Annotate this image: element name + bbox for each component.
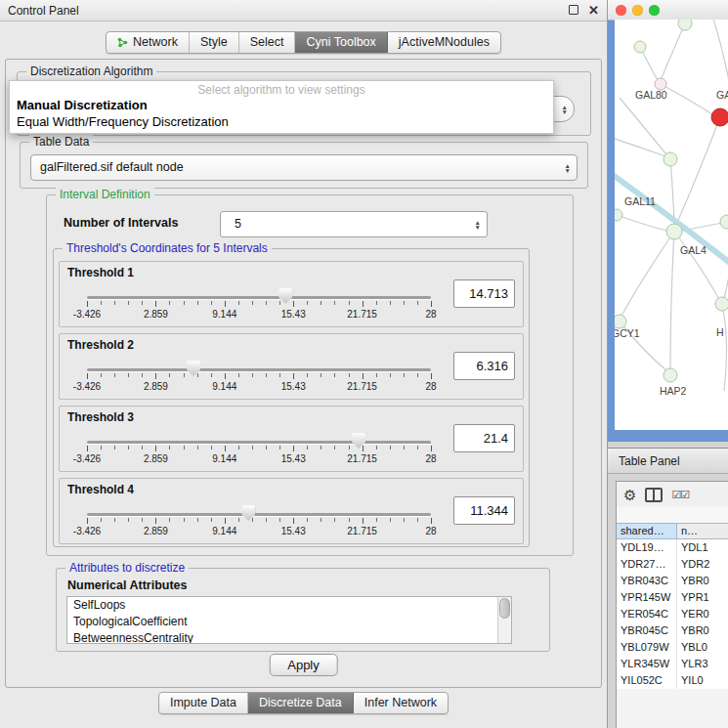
network-window-titlebar[interactable]	[608, 0, 728, 21]
columns-icon[interactable]	[645, 488, 663, 502]
zoom-light-icon[interactable]	[649, 5, 660, 16]
table-toolbar-spacer	[617, 507, 728, 523]
slider-tick-label: -3.426	[73, 381, 101, 392]
network-node[interactable]	[615, 209, 622, 221]
network-node[interactable]	[664, 368, 677, 382]
tab-network-label: Network	[133, 35, 178, 49]
gear-icon[interactable]: ⚙	[623, 488, 636, 502]
network-edge-thick[interactable]	[615, 172, 728, 266]
table-row[interactable]: YDL19…YDL1	[617, 539, 728, 556]
tab-style[interactable]: Style	[190, 32, 239, 53]
network-edge[interactable]	[722, 304, 727, 391]
threshold-value-field[interactable]: 11.344	[453, 496, 515, 525]
network-edge[interactable]	[674, 232, 720, 301]
bottom-tab-infer-network[interactable]: Infer Network	[354, 693, 448, 713]
threshold-value-field[interactable]: 14.713	[453, 279, 515, 308]
tab-cyni-toolbox-label: Cyni Toolbox	[306, 35, 375, 49]
table-data-combobox[interactable]: galFiltered.sif default node ▲▼	[30, 154, 578, 181]
network-edge[interactable]	[661, 84, 712, 114]
bottom-tab-impute-data[interactable]: Impute Data	[159, 693, 248, 713]
slider-tick-label: 21.715	[347, 526, 377, 536]
slider-tick	[238, 518, 239, 522]
float-window-icon[interactable]	[569, 5, 578, 17]
slider-tick	[225, 301, 226, 307]
slider-tick	[128, 301, 129, 305]
table-row[interactable]: YLR345WYLR3	[617, 656, 728, 672]
tab-style-label: Style	[200, 35, 228, 49]
network-node[interactable]	[711, 108, 728, 126]
threshold-panel-2: Threshold 2 -3.4262.8599.14415.4321.7152…	[59, 333, 524, 400]
slider-tick	[417, 373, 418, 377]
close-light-icon[interactable]	[616, 5, 626, 16]
tab-network[interactable]: Network	[107, 32, 190, 53]
slider-track[interactable]	[87, 513, 431, 516]
slider-tick	[321, 446, 321, 450]
table-row[interactable]: YBR043CYBR0	[617, 573, 728, 589]
network-edge[interactable]	[621, 232, 674, 316]
network-node[interactable]	[678, 20, 692, 30]
tab-jactivemnodules[interactable]: jActiveMNodules	[388, 32, 500, 53]
list-scrollbar[interactable]	[497, 597, 511, 643]
select-rows-checkboxes-icon[interactable]: ☑☑	[671, 489, 689, 501]
bottom-tab-discretize-data[interactable]: Discretize Data	[248, 693, 354, 713]
cell-name: YBR0	[677, 573, 728, 589]
network-edge[interactable]	[661, 23, 685, 80]
network-edge[interactable]	[620, 98, 670, 159]
slider-tick	[142, 301, 143, 305]
column-header-shared-name[interactable]: shared…	[617, 523, 677, 539]
control-panel-titlebar[interactable]: Control Panel ✕	[0, 0, 607, 21]
slider-tick	[334, 373, 335, 377]
network-node[interactable]	[715, 297, 728, 311]
network-node[interactable]	[615, 315, 626, 328]
slider-tick	[238, 446, 239, 450]
slider-tick	[376, 373, 377, 377]
bottom-tab-impute-data-label: Impute Data	[170, 696, 236, 709]
list-scrollbar-thumb[interactable]	[499, 598, 510, 619]
network-node-label: GCY1	[615, 327, 640, 339]
minimize-light-icon[interactable]	[632, 5, 643, 16]
bottom-tab-segment: Impute DataDiscretize DataInfer Network	[158, 692, 449, 714]
network-icon	[117, 37, 128, 48]
network-node[interactable]	[634, 41, 646, 53]
network-node[interactable]	[720, 215, 728, 229]
table-row[interactable]: YER054CYER0	[617, 606, 728, 622]
attribute-list-item[interactable]: TopologicalCoefficient	[67, 614, 511, 630]
column-header-name[interactable]: n…	[677, 523, 728, 539]
attribute-list-item[interactable]: BetweennessCentrality	[67, 630, 511, 644]
slider-track[interactable]	[87, 296, 431, 299]
apply-button[interactable]: Apply	[269, 654, 338, 676]
network-edge[interactable]	[670, 232, 674, 368]
attributes-list[interactable]: SelfLoopsTopologicalCoefficientBetweenne…	[66, 596, 512, 644]
table-panel-header[interactable]: Table Panel	[608, 448, 728, 474]
slider-tick	[431, 446, 432, 451]
network-node-label: GAL80	[635, 89, 667, 101]
window-title: Control Panel	[8, 4, 559, 18]
network-edge[interactable]	[617, 215, 666, 231]
slider-tick-label: 28	[425, 453, 436, 464]
dropdown-option-equal-width-frequency[interactable]: Equal Width/Frequency Discretization	[10, 113, 553, 130]
slider-track[interactable]	[87, 441, 431, 444]
attribute-list-item[interactable]: SelfLoops	[67, 597, 511, 614]
threshold-value-field[interactable]: 21.4	[453, 424, 515, 452]
network-node[interactable]	[664, 152, 677, 166]
network-edge[interactable]	[615, 137, 665, 156]
tab-select[interactable]: Select	[239, 32, 296, 53]
close-icon[interactable]: ✕	[588, 5, 599, 17]
network-node[interactable]	[666, 224, 682, 239]
cell-shared-name: YIL052C	[617, 672, 677, 689]
table-row[interactable]: YBL079WYBL0	[617, 639, 728, 656]
dropdown-option-manual-discretization[interactable]: Manual Discretization	[10, 97, 553, 113]
threshold-value-field[interactable]: 6.316	[453, 352, 515, 380]
intervals-spinner[interactable]: 5 ▲▼	[220, 211, 488, 237]
network-canvas[interactable]: GAL80GAL8GAL11GAL4GCY1HHAP2	[615, 20, 728, 430]
table-row[interactable]: YPR145WYPR1	[617, 589, 728, 606]
slider-track[interactable]	[87, 368, 431, 371]
slider-tick	[169, 301, 170, 305]
table-row[interactable]: YIL052CYIL0	[617, 672, 728, 689]
network-node-label: HAP2	[660, 385, 687, 397]
network-edge[interactable]	[676, 117, 720, 225]
tab-cyni-toolbox[interactable]: Cyni Toolbox	[295, 32, 387, 53]
table-row[interactable]: YBR045CYBR0	[617, 622, 728, 639]
slider-tick	[266, 518, 267, 522]
table-row[interactable]: YDR27…YDR2	[617, 556, 728, 573]
